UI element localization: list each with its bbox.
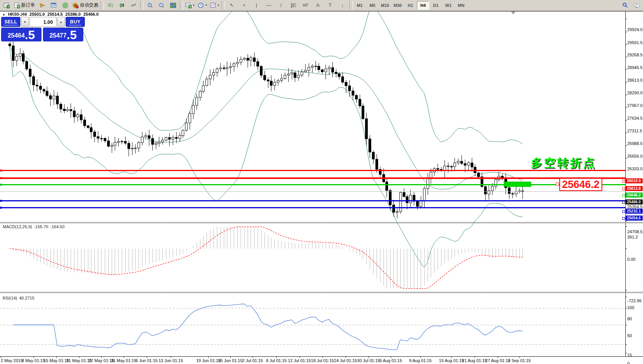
terminal-window: 新订单 自动交易: [0, 0, 643, 364]
chat-bubbles-icon: [633, 2, 640, 8]
buy-price-int: 25477: [50, 31, 67, 41]
volume-input[interactable]: 1.00: [30, 17, 56, 27]
line-end-anchor[interactable]: [622, 188, 625, 190]
zoom-out-button[interactable]: [156, 1, 167, 10]
autotrading-icon: [73, 2, 79, 8]
one-click-trading-panel: SELL ▾ 1.00 ▴ BUY 25464.5 25477.5: [1, 17, 85, 41]
timeframe-m1-button[interactable]: M1: [354, 1, 366, 10]
vertical-line-tool[interactable]: |: [250, 1, 263, 10]
toolbar-separator: [180, 1, 183, 10]
crosshair-tool[interactable]: +: [238, 1, 250, 10]
new-chart-icon: [185, 2, 192, 8]
line-chart-icon: [131, 2, 137, 8]
dropdown-caret-icon: ▾: [205, 3, 207, 7]
new-order-icon: [14, 2, 20, 8]
candlestick-icon: [119, 2, 125, 8]
sell-price-int: 25464: [8, 31, 25, 41]
candlestick-mode-button[interactable]: [116, 1, 128, 10]
charts-shift-button[interactable]: [36, 1, 48, 10]
new-order-label: 新订单: [21, 2, 35, 8]
signals-button[interactable]: [60, 1, 71, 10]
dropdown-caret-icon: ▾: [193, 3, 195, 7]
volume-decrease-button[interactable]: ▾: [21, 17, 29, 27]
trendline-tool[interactable]: /: [275, 1, 287, 10]
line-end-anchor[interactable]: [622, 201, 625, 204]
tile-windows-button[interactable]: [167, 1, 179, 10]
volume-increase-button[interactable]: ▴: [57, 17, 65, 27]
text-tool[interactable]: A: [312, 1, 324, 10]
timeframe-d1-button[interactable]: D1: [430, 1, 442, 10]
sell-price-display[interactable]: 25464.5: [1, 28, 41, 41]
toolbar-separator: [349, 1, 353, 10]
tile-windows-icon: [170, 2, 176, 8]
toolbar-separator: [221, 1, 225, 10]
bar-chart-mode-button[interactable]: [105, 1, 116, 10]
arrows-tool[interactable]: ↕: [336, 1, 349, 10]
toolbar-separator: [140, 1, 144, 10]
timeframe-h4-button[interactable]: H4: [417, 1, 429, 10]
buy-price-display[interactable]: 25477.5: [43, 28, 83, 41]
new-chart-button[interactable]: ▾: [184, 1, 196, 10]
cursor-tool[interactable]: ↖: [226, 1, 238, 10]
bar-chart-icon: [107, 2, 114, 8]
line-end-anchor[interactable]: [622, 210, 625, 213]
fibonacci-tool[interactable]: ≡F: [299, 1, 312, 10]
search-button[interactable]: [619, 1, 631, 10]
timeframe-m15-button[interactable]: M15: [379, 1, 391, 10]
timeframes-group: M1M5M15M30H1H4D1W1MN: [354, 1, 467, 10]
channel-tool[interactable]: ∥E: [287, 1, 299, 10]
chart-window-icon: [51, 2, 57, 8]
line-end-anchor[interactable]: [622, 180, 625, 183]
toolbar-separator: [101, 1, 104, 10]
template-icon: [210, 2, 216, 8]
drawing-tools-group: ↖+|—/∥E≡FAT↕: [226, 1, 349, 10]
sell-price-frac: .5: [25, 29, 35, 41]
line-end-anchor[interactable]: [622, 217, 625, 220]
chat-button[interactable]: [631, 1, 642, 10]
market-watch-button[interactable]: [48, 1, 60, 10]
buy-button[interactable]: BUY: [66, 17, 85, 27]
sell-button[interactable]: SELL: [1, 17, 20, 27]
template-button[interactable]: ▾: [208, 1, 221, 10]
chart-shift-marker[interactable]: [511, 12, 516, 15]
timeframe-w1-button[interactable]: W1: [442, 1, 455, 10]
line-chart-mode-button[interactable]: [128, 1, 139, 10]
chart-canvas[interactable]: [0, 11, 643, 364]
zoom-in-button[interactable]: [144, 1, 156, 10]
terminal-icon[interactable]: [1, 1, 12, 10]
new-order-button[interactable]: 新订单: [12, 1, 36, 10]
autotrading-button[interactable]: 自动交易: [71, 1, 100, 10]
gold-arrow-icon: [39, 2, 45, 8]
timeframe-h1-button[interactable]: H1: [404, 1, 417, 10]
line-end-anchor[interactable]: [622, 194, 625, 197]
callout-anchor-handle[interactable]: [556, 183, 559, 186]
autotrading-label: 自动交易: [80, 2, 98, 8]
horizontal-line-tool[interactable]: —: [263, 1, 275, 10]
zoom-out-icon: [159, 2, 165, 8]
clock-icon: [198, 2, 204, 8]
chart-window: ▲ HK50-,H4 25501.0 25514.5 25386.0 25466…: [0, 11, 643, 364]
timeframe-m5-button[interactable]: M5: [366, 1, 379, 10]
dropdown-caret-icon: ▾: [218, 3, 219, 7]
timeframe-mn-button[interactable]: MN: [455, 1, 467, 10]
signal-icon: [62, 2, 68, 8]
price-callout-box[interactable]: 25646.2: [559, 178, 602, 191]
main-toolbar: 新订单 自动交易: [0, 0, 643, 11]
zoom-in-icon: [147, 2, 153, 8]
text-label-tool[interactable]: T: [324, 1, 336, 10]
timeframe-m30-button[interactable]: M30: [392, 1, 404, 10]
period-button[interactable]: ▾: [196, 1, 208, 10]
app-icon: [3, 2, 10, 8]
search-icon: [622, 2, 628, 8]
buy-price-frac: .5: [66, 29, 77, 41]
